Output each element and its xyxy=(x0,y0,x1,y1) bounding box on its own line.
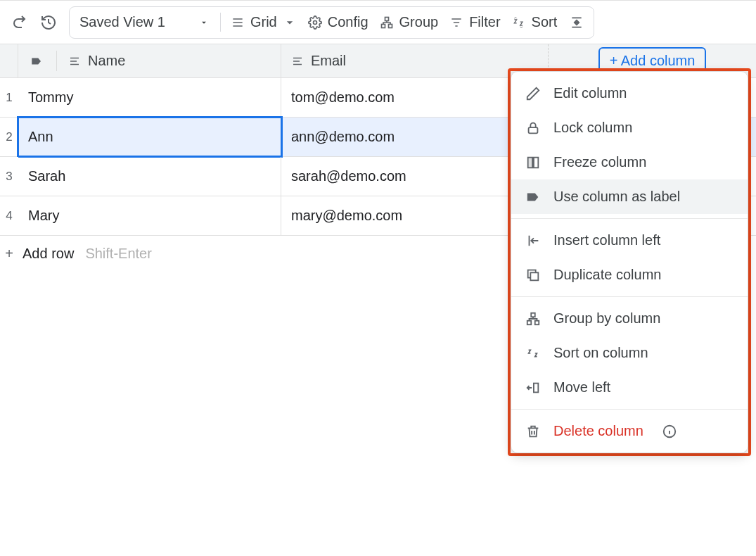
row-number: 4 xyxy=(0,196,18,235)
svg-rect-1 xyxy=(385,17,388,20)
svg-rect-11 xyxy=(534,383,538,392)
trash-icon xyxy=(525,424,541,439)
svg-rect-3 xyxy=(388,24,392,27)
menu-insert-left[interactable]: Insert column left xyxy=(511,223,748,258)
menu-duplicate-column[interactable]: Duplicate column xyxy=(511,258,748,292)
saved-view-selector[interactable]: Saved View 1 xyxy=(72,7,216,38)
add-row-hint: Shift-Enter xyxy=(85,246,151,262)
group-button[interactable]: Group xyxy=(374,10,444,34)
menu-label: Sort on column xyxy=(553,345,648,361)
cell-name[interactable]: Sarah xyxy=(18,157,281,196)
menu-label: Use column as label xyxy=(553,189,680,205)
column-context-menu: Edit column Lock column Freeze column Us… xyxy=(511,71,748,453)
row-number: 1 xyxy=(0,78,18,117)
row-number-header xyxy=(0,44,18,77)
menu-group-by[interactable]: Group by column xyxy=(511,301,748,336)
history-icon xyxy=(40,14,57,31)
svg-rect-4 xyxy=(529,127,538,133)
svg-rect-7 xyxy=(530,272,538,280)
context-menu-highlight: Edit column Lock column Freeze column Us… xyxy=(508,68,751,456)
layout-label: Grid xyxy=(250,14,277,30)
gear-icon xyxy=(308,15,322,30)
config-button[interactable]: Config xyxy=(302,10,374,34)
menu-edit-column[interactable]: Edit column xyxy=(511,76,748,110)
menu-sort-on[interactable]: Sort on column xyxy=(511,336,748,370)
caret-down-icon xyxy=(283,15,297,30)
group-icon xyxy=(380,15,394,30)
menu-label: Freeze column xyxy=(553,154,646,170)
column-email-label: Email xyxy=(311,53,346,69)
filter-button[interactable]: Filter xyxy=(444,10,506,34)
redo-icon xyxy=(11,14,27,31)
svg-rect-10 xyxy=(535,320,539,324)
row-height-button[interactable] xyxy=(563,11,591,34)
sort-az-icon xyxy=(525,346,541,361)
menu-use-as-label[interactable]: Use column as label xyxy=(511,179,748,214)
add-row-label: Add row xyxy=(23,246,74,262)
freeze-icon xyxy=(525,155,541,170)
sort-label: Sort xyxy=(532,14,558,30)
add-column-label: + Add column xyxy=(610,53,696,69)
group-icon xyxy=(525,311,541,327)
sort-az-icon xyxy=(512,15,526,30)
menu-lock-column[interactable]: Lock column xyxy=(511,110,748,145)
label-tag-icon xyxy=(28,53,45,70)
menu-freeze-column[interactable]: Freeze column xyxy=(511,145,748,179)
caret-down-icon xyxy=(199,18,209,27)
svg-rect-6 xyxy=(534,157,538,168)
toolbar: Saved View 1 Grid Config Group Filter So… xyxy=(0,1,756,44)
label-tag-icon xyxy=(525,189,541,205)
view-controls: Saved View 1 Grid Config Group Filter So… xyxy=(69,6,594,39)
menu-label: Lock column xyxy=(553,120,632,136)
sort-button[interactable]: Sort xyxy=(506,10,563,34)
menu-move-left[interactable]: Move left xyxy=(511,370,748,405)
menu-label: Group by column xyxy=(553,310,660,327)
menu-delete-column[interactable]: Delete column xyxy=(511,414,748,448)
config-label: Config xyxy=(328,14,369,30)
menu-label: Delete column xyxy=(553,423,643,439)
group-label: Group xyxy=(399,14,439,30)
redo-button[interactable] xyxy=(6,9,32,36)
text-lines-icon xyxy=(291,55,304,68)
pencil-icon xyxy=(525,86,541,101)
cell-name[interactable]: Ann xyxy=(18,118,281,156)
insert-left-icon xyxy=(525,233,541,248)
menu-label: Move left xyxy=(553,379,610,396)
grid-lines-icon xyxy=(231,15,245,30)
history-button[interactable] xyxy=(35,9,62,36)
lock-icon xyxy=(525,120,541,136)
saved-view-label: Saved View 1 xyxy=(79,14,165,30)
column-header-name[interactable]: Name xyxy=(18,44,281,77)
menu-label: Edit column xyxy=(553,85,627,101)
duplicate-icon xyxy=(525,267,541,283)
svg-rect-2 xyxy=(381,24,385,27)
plus-icon: + xyxy=(3,246,15,262)
svg-rect-5 xyxy=(528,157,532,168)
cell-name[interactable]: Mary xyxy=(18,196,281,235)
row-height-icon xyxy=(570,15,584,30)
cell-name[interactable]: Tommy xyxy=(18,78,281,117)
text-lines-icon xyxy=(68,55,81,68)
filter-label: Filter xyxy=(469,14,500,30)
menu-label: Insert column left xyxy=(553,232,660,248)
row-number: 3 xyxy=(0,157,18,196)
filter-icon xyxy=(449,15,463,30)
layout-selector[interactable]: Grid xyxy=(225,10,302,34)
move-left-icon xyxy=(525,380,541,396)
svg-rect-9 xyxy=(527,320,532,324)
svg-rect-8 xyxy=(531,312,535,317)
column-name-label: Name xyxy=(88,53,125,69)
info-icon xyxy=(662,424,677,439)
row-number: 2 xyxy=(0,118,18,156)
svg-point-0 xyxy=(313,20,316,24)
menu-label: Duplicate column xyxy=(553,267,661,283)
